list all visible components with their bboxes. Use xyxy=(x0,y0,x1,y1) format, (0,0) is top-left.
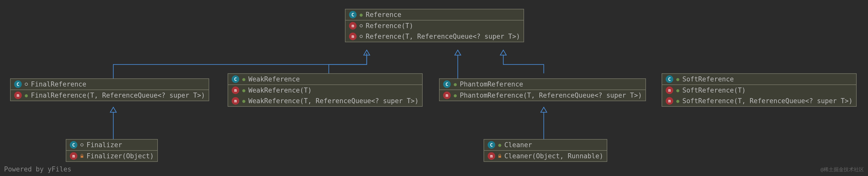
constructor-row[interactable]: m ● PhantomReference(T, ReferenceQueue<?… xyxy=(440,90,645,100)
class-name-label: Cleaner xyxy=(504,141,532,149)
class-phantom-reference[interactable]: C ● PhantomReference m ● PhantomReferenc… xyxy=(439,78,646,101)
class-header: C FinalReference xyxy=(11,79,209,90)
visibility-package-icon: ● xyxy=(24,93,29,98)
class-soft-reference[interactable]: C ● SoftReference m ● SoftReference(T) m… xyxy=(662,74,857,107)
visibility-package-icon: ● xyxy=(241,77,246,82)
constructor-row[interactable]: m Reference(T, ReferenceQueue<? super T>… xyxy=(345,31,524,42)
method-icon: m xyxy=(232,97,239,105)
visibility-package-icon: ● xyxy=(675,88,680,93)
method-icon: m xyxy=(349,33,356,40)
visibility-package-icon: ● xyxy=(241,88,246,93)
class-reference[interactable]: C ● Reference m Reference(T) m Reference… xyxy=(345,9,524,42)
class-icon: C xyxy=(443,80,451,88)
visibility-package-icon: ● xyxy=(359,12,364,17)
watermark-label: @稀土掘金技术社区 xyxy=(820,166,864,173)
member-signature: FinalReference(T, ReferenceQueue<? super… xyxy=(31,92,205,99)
class-name-label: Reference xyxy=(366,11,401,19)
svg-marker-1 xyxy=(455,50,461,55)
member-signature: WeakReference(T, ReferenceQueue<? super … xyxy=(248,97,418,105)
visibility-private-lock-icon xyxy=(80,153,85,158)
method-icon: m xyxy=(443,92,451,99)
class-cleaner[interactable]: C ● Cleaner m Cleaner(Object, Runnable) xyxy=(484,139,607,162)
constructor-row[interactable]: m Cleaner(Object, Runnable) xyxy=(484,151,607,161)
powered-by-label: Powered by yFiles xyxy=(4,165,71,173)
visibility-package-private-icon xyxy=(24,82,29,87)
visibility-package-icon: ● xyxy=(675,98,680,104)
class-body: m ● WeakReference(T) m ● WeakReference(T… xyxy=(228,85,422,106)
constructor-row[interactable]: m ● WeakReference(T) xyxy=(228,85,422,96)
constructor-row[interactable]: m ● WeakReference(T, ReferenceQueue<? su… xyxy=(228,96,422,106)
class-body: m Reference(T) m Reference(T, ReferenceQ… xyxy=(345,21,524,42)
member-signature: Cleaner(Object, Runnable) xyxy=(504,152,603,160)
method-icon: m xyxy=(488,152,495,160)
class-body: m Cleaner(Object, Runnable) xyxy=(484,151,607,161)
member-signature: Reference(T) xyxy=(366,22,413,30)
visibility-package-icon: ● xyxy=(241,98,246,104)
svg-marker-2 xyxy=(500,50,506,55)
class-finalizer[interactable]: C Finalizer m Finalizer(Object) xyxy=(66,139,158,162)
class-body: m ● PhantomReference(T, ReferenceQueue<?… xyxy=(440,90,645,100)
method-icon: m xyxy=(70,152,78,160)
member-signature: SoftReference(T, ReferenceQueue<? super … xyxy=(682,97,852,105)
class-header: C ● PhantomReference xyxy=(440,79,645,90)
visibility-package-icon: ● xyxy=(497,142,502,147)
method-icon: m xyxy=(666,97,673,105)
constructor-row[interactable]: m ● SoftReference(T) xyxy=(662,85,856,96)
class-header: C ● Cleaner xyxy=(484,140,607,151)
visibility-private-lock-icon xyxy=(497,153,502,158)
visibility-package-icon: ● xyxy=(453,93,458,98)
visibility-package-private-icon xyxy=(359,23,364,28)
class-header: C ● SoftReference xyxy=(662,74,856,85)
constructor-row[interactable]: m Reference(T) xyxy=(345,21,524,31)
method-icon: m xyxy=(14,92,22,99)
visibility-package-private-icon xyxy=(359,34,364,39)
member-signature: WeakReference(T) xyxy=(248,86,312,94)
class-name-label: Finalizer xyxy=(87,141,122,149)
class-weak-reference[interactable]: C ● WeakReference m ● WeakReference(T) m… xyxy=(228,74,423,107)
class-body: m ● FinalReference(T, ReferenceQueue<? s… xyxy=(11,90,209,100)
class-icon: C xyxy=(14,80,22,88)
class-header: C Finalizer xyxy=(66,140,157,151)
class-name-label: FinalReference xyxy=(31,80,86,88)
class-final-reference[interactable]: C FinalReference m ● FinalReference(T, R… xyxy=(10,78,209,101)
constructor-row[interactable]: m Finalizer(Object) xyxy=(66,151,157,161)
class-icon: C xyxy=(666,76,673,83)
class-header: C ● Reference xyxy=(345,9,524,21)
class-header: C ● WeakReference xyxy=(228,74,422,85)
class-name-label: WeakReference xyxy=(248,76,300,83)
svg-marker-4 xyxy=(541,107,547,112)
svg-marker-3 xyxy=(110,107,116,112)
member-signature: SoftReference(T) xyxy=(682,86,746,94)
member-signature: Reference(T, ReferenceQueue<? super T>) xyxy=(366,33,520,40)
class-name-label: PhantomReference xyxy=(460,80,523,88)
method-icon: m xyxy=(232,86,239,94)
class-icon: C xyxy=(70,141,78,149)
class-icon: C xyxy=(232,76,239,83)
class-icon: C xyxy=(349,11,356,19)
visibility-package-private-icon xyxy=(80,142,85,147)
member-signature: Finalizer(Object) xyxy=(87,152,154,160)
constructor-row[interactable]: m ● SoftReference(T, ReferenceQueue<? su… xyxy=(662,96,856,106)
class-body: m ● SoftReference(T) m ● SoftReference(T… xyxy=(662,85,856,106)
class-body: m Finalizer(Object) xyxy=(66,151,157,161)
method-icon: m xyxy=(666,86,673,94)
visibility-package-icon: ● xyxy=(675,77,680,82)
class-name-label: SoftReference xyxy=(682,76,734,83)
constructor-row[interactable]: m ● FinalReference(T, ReferenceQueue<? s… xyxy=(11,90,209,100)
member-signature: PhantomReference(T, ReferenceQueue<? sup… xyxy=(460,92,642,99)
class-icon: C xyxy=(488,141,495,149)
svg-marker-0 xyxy=(364,50,370,55)
method-icon: m xyxy=(349,22,356,30)
visibility-package-icon: ● xyxy=(453,82,458,87)
